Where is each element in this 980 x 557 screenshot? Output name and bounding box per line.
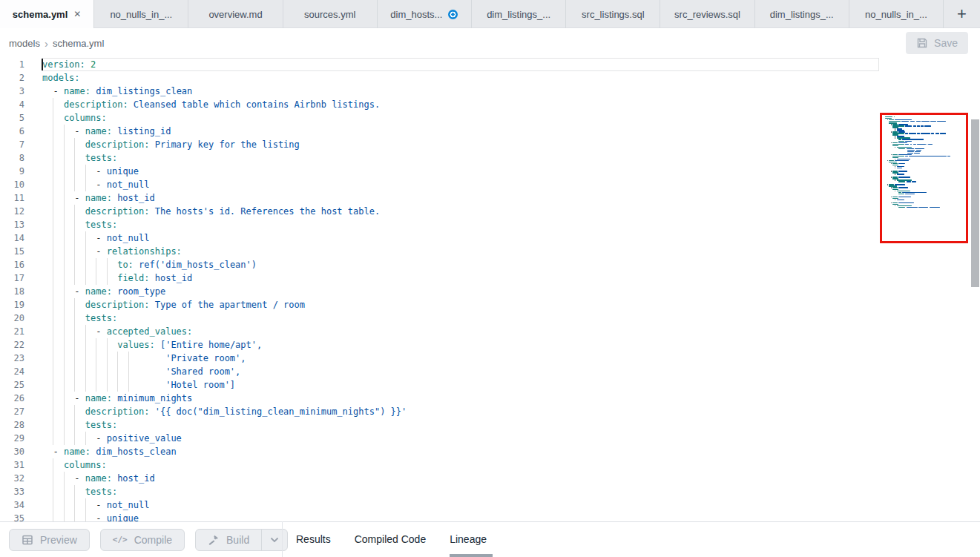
token-p: - — [42, 86, 64, 96]
code-line: 35 - unique — [0, 512, 980, 521]
code-line: 34 - not_null — [0, 498, 980, 512]
token-k: values: — [117, 340, 155, 350]
save-button[interactable]: Save — [906, 32, 968, 54]
code-line: 29 - positive_value — [0, 432, 980, 445]
line-number: 14 — [0, 231, 24, 245]
minimap-bar — [915, 148, 924, 149]
indent-guide — [64, 191, 65, 205]
code-text: tests: — [42, 151, 980, 165]
token-v: ['Entire home/apt', — [155, 340, 263, 350]
tab-label: sources.yml — [304, 9, 355, 20]
line-number: 12 — [0, 205, 24, 218]
tab-src-reviews-sql[interactable]: src_reviews.sql — [660, 0, 754, 28]
preview-button[interactable]: Preview — [9, 529, 90, 551]
indent-guide — [64, 512, 65, 521]
code-text: tests: — [42, 418, 980, 432]
indent-guide — [85, 432, 86, 445]
tab-no-nulls-in[interactable]: no_nulls_in_... — [94, 0, 188, 28]
tab-schema-yml[interactable]: schema.yml✕ — [0, 0, 94, 28]
indent-guide — [53, 151, 53, 165]
line-number: 16 — [0, 258, 24, 271]
tab-dim-listings[interactable]: dim_listings_... — [472, 0, 566, 28]
minimap-bar — [898, 171, 907, 171]
token-k: columns: — [64, 113, 107, 123]
code-brackets-icon: </> — [113, 535, 128, 544]
code-editor[interactable]: 1version: 22models:3 - name: dim_listing… — [0, 58, 980, 521]
panel-tab-results[interactable]: Results — [296, 521, 331, 557]
preview-table-icon — [22, 534, 33, 546]
tab-no-nulls-in[interactable]: no_nulls_in_... — [849, 0, 944, 28]
line-number: 7 — [0, 138, 24, 151]
line-number: 19 — [0, 298, 24, 312]
indent-guide — [53, 498, 53, 512]
editor-scrollbar[interactable] — [971, 119, 979, 287]
new-tab-button[interactable]: + — [944, 0, 980, 28]
panel-tab-label: Results — [296, 533, 331, 545]
tab-src-listings-sql[interactable]: src_listings.sql — [566, 0, 660, 28]
panel-tab-lineage[interactable]: Lineage — [450, 521, 487, 557]
line-number: 28 — [0, 418, 24, 432]
minimap-bar — [917, 144, 926, 145]
code-line: 22 values: ['Entire home/apt', — [0, 338, 980, 352]
line-number: 34 — [0, 498, 24, 512]
indent-guide — [85, 165, 86, 178]
token-k: tests: — [85, 313, 117, 323]
indent-guide — [64, 485, 65, 498]
line-number: 13 — [0, 218, 24, 231]
minimap-bar — [907, 207, 918, 208]
panel-tab-compiled-code[interactable]: Compiled Code — [355, 521, 427, 557]
token-v: host_id — [150, 273, 193, 283]
code-line: 31 columns: — [0, 458, 980, 472]
indent-guide — [107, 271, 108, 285]
breadcrumb-item-schema-yml[interactable]: schema.yml — [53, 38, 104, 49]
minimap-bar — [930, 207, 940, 208]
tab-dim-listings[interactable]: dim_listings_... — [755, 0, 849, 28]
tab-dim-hosts[interactable]: dim_hosts... — [378, 0, 472, 28]
code-line: 26 - name: minimum_nights — [0, 392, 980, 405]
code-line: 7 description: Primary key for the listi… — [0, 138, 980, 151]
indent-guide — [74, 178, 75, 191]
indent-guide — [96, 258, 96, 271]
indent-guide — [53, 231, 53, 245]
minimap-bar — [897, 191, 910, 191]
code-line: 5 columns: — [0, 111, 980, 125]
token-k: name: — [64, 446, 91, 457]
indent-guide — [74, 258, 75, 271]
code-text: 'Hotel room'] — [42, 378, 980, 392]
line-number: 4 — [0, 98, 24, 111]
minimap-bar — [885, 194, 898, 194]
indent-guide — [117, 378, 118, 392]
code-line: 10 - not_null — [0, 178, 980, 191]
indent-guide — [74, 365, 75, 378]
line-number: 23 — [0, 352, 24, 365]
tab-overview-md[interactable]: overview.md — [188, 0, 283, 28]
indent-guide — [53, 458, 53, 472]
indent-guide — [53, 285, 53, 298]
minimap-annotation-box[interactable] — [880, 113, 968, 243]
plus-icon: + — [957, 4, 967, 24]
close-tab-icon[interactable]: ✕ — [73, 10, 81, 19]
token-p — [42, 380, 165, 390]
code-line: 4 description: Cleansed table which cont… — [0, 98, 980, 111]
tab-label: src_reviews.sql — [674, 9, 740, 20]
code-text: - unique — [42, 165, 980, 178]
tab-label: overview.md — [208, 9, 262, 20]
breadcrumb-item-models[interactable]: models — [9, 38, 40, 49]
indent-guide — [74, 218, 75, 231]
token-v: minimum_nights — [112, 393, 192, 403]
line-number: 21 — [0, 325, 24, 338]
token-k: models: — [42, 73, 80, 83]
tab-sources-yml[interactable]: sources.yml — [283, 0, 378, 28]
minimap-bar — [915, 151, 921, 152]
token-v: Primary key for the listing — [150, 139, 300, 150]
indent-guide — [85, 258, 86, 271]
indent-guide — [64, 271, 65, 285]
minimap-bar — [898, 181, 905, 182]
indent-guide — [53, 352, 53, 365]
compile-button[interactable]: </> Compile — [100, 529, 185, 551]
token-k: accepted_values: — [107, 326, 193, 337]
minimap-bar — [885, 207, 898, 208]
line-number: 33 — [0, 485, 24, 498]
line-number: 18 — [0, 285, 24, 298]
build-button[interactable]: Build — [196, 530, 261, 550]
